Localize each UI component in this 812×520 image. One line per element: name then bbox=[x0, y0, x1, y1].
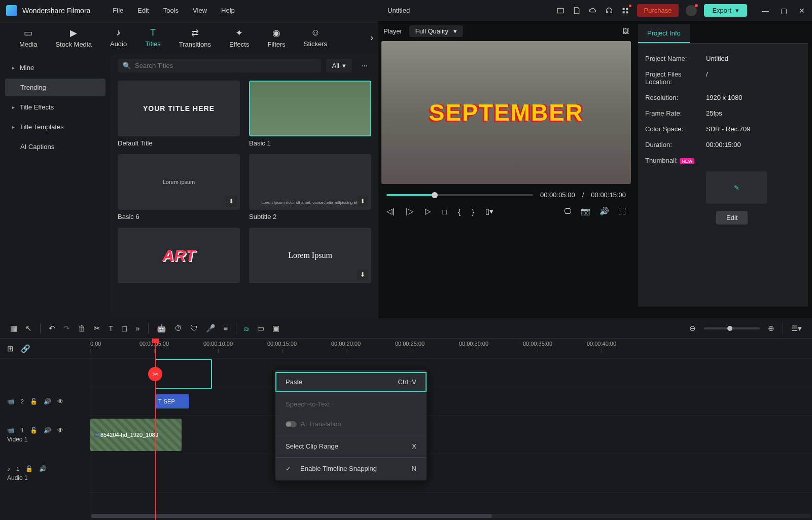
volume-icon[interactable]: 🔊 bbox=[599, 207, 609, 216]
title-clip[interactable]: TSEP bbox=[155, 394, 189, 408]
menu-help[interactable]: Help bbox=[214, 5, 242, 16]
apps-icon[interactable] bbox=[621, 6, 630, 15]
track-height-icon[interactable]: ☰▾ bbox=[791, 324, 802, 333]
scrollbar-thumb[interactable] bbox=[91, 514, 492, 518]
sidebar-item-mine[interactable]: ▸Mine bbox=[5, 59, 105, 77]
download-icon[interactable]: ⬇ bbox=[226, 196, 237, 207]
eye-icon[interactable]: 👁 bbox=[57, 398, 63, 405]
audio-track-1[interactable] bbox=[90, 454, 812, 493]
ai-assistant-icon[interactable]: 🤖 bbox=[157, 324, 166, 333]
sidebar-item-title-templates[interactable]: ▸Title Templates bbox=[5, 118, 105, 136]
title-item-default[interactable]: YOUR TITLE HERE Default Title bbox=[118, 81, 240, 147]
minimize-button[interactable]: — bbox=[761, 7, 769, 15]
purchase-button[interactable]: Purchase bbox=[637, 4, 679, 17]
lock-icon[interactable]: 🔓 bbox=[30, 398, 38, 405]
menu-file[interactable]: File bbox=[105, 5, 130, 16]
project-info-tab[interactable]: Project Info bbox=[638, 24, 690, 43]
mic-icon[interactable]: 🎤 bbox=[206, 324, 216, 333]
cut-icon[interactable]: ✂ bbox=[94, 324, 100, 333]
mark-in-icon[interactable]: { bbox=[458, 207, 461, 216]
title-item-basic1[interactable]: Basic 1 bbox=[249, 81, 371, 147]
undo-icon[interactable]: ↶ bbox=[49, 324, 55, 333]
zoom-in-icon[interactable]: ⊕ bbox=[768, 324, 774, 333]
layout-icon[interactable] bbox=[556, 6, 565, 15]
filter-dropdown[interactable]: All▾ bbox=[326, 59, 352, 72]
menu-tools[interactable]: Tools bbox=[156, 5, 186, 16]
render-icon[interactable]: ▭ bbox=[257, 324, 264, 333]
crop-icon[interactable]: ◻ bbox=[121, 324, 127, 333]
text-tool-icon[interactable]: T bbox=[109, 324, 113, 332]
save-icon[interactable] bbox=[572, 6, 581, 15]
edit-thumbnail-button[interactable]: Edit bbox=[716, 211, 748, 225]
zoom-thumb[interactable] bbox=[727, 326, 732, 331]
sidebar-item-ai-captions[interactable]: AI Captions bbox=[5, 138, 105, 156]
sidebar-item-trending[interactable]: Trending bbox=[5, 79, 105, 96]
zoom-slider[interactable] bbox=[704, 327, 760, 329]
progress-slider[interactable] bbox=[386, 194, 533, 196]
spacer-track[interactable] bbox=[90, 359, 812, 387]
headphones-icon[interactable] bbox=[605, 6, 614, 15]
tab-stickers[interactable]: ☺Stickers bbox=[295, 27, 336, 48]
redo-icon[interactable]: ↷ bbox=[63, 324, 70, 333]
eye-icon[interactable]: 👁 bbox=[57, 427, 63, 434]
maximize-button[interactable]: ▢ bbox=[780, 7, 788, 15]
marker-dropdown-icon[interactable]: ▯▾ bbox=[485, 207, 493, 216]
time-ruler[interactable]: 00:00:0000:00:05:0000:00:10:0000:00:15:0… bbox=[90, 339, 812, 359]
play-icon[interactable]: ▷ bbox=[425, 207, 431, 216]
video-track-1[interactable]: 📹854204-hd_1920_1080 bbox=[90, 416, 812, 454]
link-icon[interactable]: 🔗 bbox=[21, 344, 30, 353]
compare-icon[interactable]: 🖼 bbox=[622, 27, 629, 35]
tab-effects[interactable]: ✦Effects bbox=[220, 27, 259, 48]
tab-stock-media[interactable]: ▶Stock Media bbox=[46, 27, 101, 48]
more-tools-icon[interactable]: » bbox=[135, 324, 139, 332]
mute-icon[interactable]: 🔊 bbox=[39, 465, 47, 472]
user-avatar[interactable] bbox=[686, 5, 697, 16]
playhead-handle[interactable] bbox=[152, 339, 159, 343]
track-header-video1[interactable]: 📹1 🔓 🔊 👁 Video 1 bbox=[0, 416, 90, 454]
lock-icon[interactable]: 🔓 bbox=[25, 465, 33, 472]
next-frame-icon[interactable]: |▷ bbox=[406, 207, 414, 216]
download-icon[interactable]: ⬇ bbox=[357, 269, 368, 280]
title-item-lorem[interactable]: Lorem Ipsum⬇ bbox=[249, 228, 371, 283]
title-track-2[interactable]: TSEP bbox=[90, 387, 812, 416]
ctx-paste[interactable]: Paste Ctrl+V bbox=[275, 372, 427, 392]
timeline-tracks-area[interactable]: 00:00:0000:00:05:0000:00:10:0000:00:15:0… bbox=[90, 339, 812, 520]
playhead[interactable] bbox=[155, 339, 156, 520]
title-item-basic6[interactable]: Lorem ipsum⬇ Basic 6 bbox=[118, 154, 240, 220]
display-icon[interactable]: 🖵 bbox=[564, 207, 572, 216]
menu-edit[interactable]: Edit bbox=[130, 5, 156, 16]
tab-filters[interactable]: ◉Filters bbox=[258, 27, 294, 48]
timeline-h-scrollbar[interactable] bbox=[91, 514, 811, 518]
pointer-icon[interactable]: ↖ bbox=[25, 324, 32, 333]
shield-icon[interactable]: 🛡 bbox=[190, 324, 198, 332]
marker-icon[interactable]: ▣ bbox=[272, 324, 279, 333]
audio-mix-icon[interactable]: ≡ bbox=[224, 324, 228, 332]
search-input[interactable] bbox=[135, 62, 316, 69]
track-header-audio1[interactable]: ♪1 🔓 🔊 Audio 1 bbox=[0, 454, 90, 493]
export-button[interactable]: Export▾ bbox=[704, 4, 747, 17]
video-clip[interactable]: 📹854204-hd_1920_1080 bbox=[90, 419, 182, 451]
snapshot-icon[interactable]: 📷 bbox=[581, 207, 590, 216]
tabs-more-icon[interactable]: › bbox=[370, 32, 373, 43]
fullscreen-icon[interactable]: ⛶ bbox=[618, 207, 626, 216]
ctx-select-clip-range[interactable]: Select Clip Range X bbox=[275, 436, 427, 456]
cloud-icon[interactable] bbox=[588, 6, 597, 15]
mute-icon[interactable]: 🔊 bbox=[44, 427, 51, 434]
stop-icon[interactable]: □ bbox=[442, 207, 447, 216]
thumbnail-preview[interactable]: ✎ bbox=[706, 171, 767, 204]
lock-icon[interactable]: 🔓 bbox=[30, 427, 38, 434]
add-track-icon[interactable]: ⊞ bbox=[7, 344, 14, 353]
prev-frame-icon[interactable]: ◁| bbox=[386, 207, 395, 216]
menu-view[interactable]: View bbox=[186, 5, 214, 16]
download-icon[interactable]: ⬇ bbox=[357, 196, 368, 207]
tab-media[interactable]: ▭Media bbox=[10, 27, 46, 48]
sidebar-item-title-effects[interactable]: ▸Title Effects bbox=[5, 98, 105, 116]
track-header-title2[interactable]: 📹2 🔓 🔊 👁 bbox=[0, 387, 90, 416]
tab-transitions[interactable]: ⇄Transitions bbox=[170, 27, 220, 48]
tab-titles[interactable]: TTitles bbox=[136, 27, 170, 48]
gallery-more-icon[interactable]: ⋯ bbox=[357, 62, 371, 69]
close-button[interactable]: ✕ bbox=[798, 7, 806, 15]
progress-thumb[interactable] bbox=[432, 192, 438, 198]
title-item-subtitle2[interactable]: Lorem ipsum dolor sit amet, consectetur … bbox=[249, 154, 371, 220]
mark-out-icon[interactable]: } bbox=[472, 207, 474, 216]
